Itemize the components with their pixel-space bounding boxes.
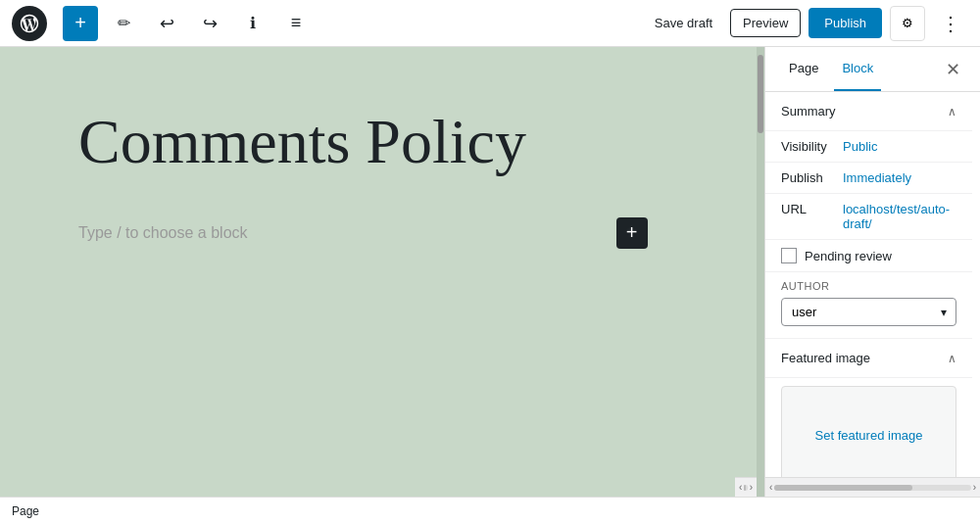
pending-review-checkbox[interactable]: [781, 248, 797, 263]
featured-image-chevron-icon: ∧: [948, 352, 956, 365]
author-section: AUTHOR user admin: [765, 272, 972, 339]
sidebar-body: Summary ∧ Visibility Public Publish Imme…: [765, 92, 980, 477]
redo-icon: ↪: [203, 13, 218, 34]
block-placeholder: Type / to choose a block +: [78, 217, 686, 249]
add-block-inline-button[interactable]: +: [616, 217, 648, 249]
set-featured-image-label: Set featured image: [815, 428, 923, 443]
main-area: Comments Policy Type / to choose a block…: [0, 47, 980, 497]
scroll-right-icon[interactable]: ›: [750, 482, 753, 493]
close-icon: ✕: [946, 60, 960, 79]
editor-area[interactable]: Comments Policy Type / to choose a block…: [0, 47, 764, 497]
tab-page[interactable]: Page: [781, 47, 826, 91]
featured-image-section-header[interactable]: Featured image ∧: [765, 339, 972, 378]
sidebar: Page Block ✕ Summary ∧ Visibility Public…: [764, 47, 980, 497]
horizontal-scrollbar[interactable]: ‹ ›: [735, 477, 757, 497]
editor-scrollbar-thumb[interactable]: [758, 55, 763, 133]
wp-logo[interactable]: [12, 6, 47, 41]
set-featured-image-button[interactable]: Set featured image: [781, 386, 956, 477]
plus-icon: +: [74, 12, 86, 34]
add-block-button[interactable]: +: [63, 6, 98, 41]
toolbar: + ✏ ↩ ↪ ℹ ≡ Save draft Preview Publish ⚙…: [0, 0, 980, 47]
info-icon: ℹ: [250, 14, 256, 32]
settings-button[interactable]: ⚙: [890, 6, 925, 41]
undo-button[interactable]: ↩: [149, 6, 184, 41]
summary-section-header[interactable]: Summary ∧: [765, 92, 972, 131]
url-row: URL localhost/test/auto-draft/: [765, 194, 972, 240]
scroll-left-icon[interactable]: ‹: [739, 482, 742, 493]
sidebar-tabs: Page Block ✕: [765, 47, 980, 92]
pending-review-row: Pending review: [765, 240, 972, 272]
redo-button[interactable]: ↪: [192, 6, 227, 41]
sidebar-scroll-right-icon[interactable]: ›: [973, 482, 976, 493]
visibility-row: Visibility Public: [765, 131, 972, 163]
scroll-track: [744, 485, 747, 491]
gear-icon: ⚙: [902, 16, 913, 30]
editor-content: Comments Policy Type / to choose a block…: [39, 47, 725, 288]
page-title[interactable]: Comments Policy: [78, 106, 686, 178]
summary-title: Summary: [781, 104, 836, 119]
more-options-button[interactable]: ⋮: [933, 6, 968, 41]
publish-value[interactable]: Immediately: [843, 170, 911, 185]
featured-image-section: Featured image ∧ Set featured image: [765, 339, 972, 477]
list-icon: ≡: [291, 13, 302, 33]
info-button[interactable]: ℹ: [235, 6, 270, 41]
visibility-label: Visibility: [781, 139, 835, 154]
kebab-icon: ⋮: [941, 12, 960, 35]
author-select-wrapper[interactable]: user admin: [781, 298, 956, 326]
close-sidebar-button[interactable]: ✕: [942, 55, 964, 84]
list-view-button[interactable]: ≡: [278, 6, 314, 41]
wp-logo-icon: [19, 13, 40, 34]
sidebar-scroll-left-icon[interactable]: ‹: [769, 482, 772, 493]
pending-review-label: Pending review: [805, 249, 892, 263]
visibility-value[interactable]: Public: [843, 139, 877, 154]
pencil-icon: ✏: [118, 14, 130, 32]
preview-button[interactable]: Preview: [730, 9, 801, 37]
summary-chevron-icon: ∧: [948, 105, 956, 119]
author-label: AUTHOR: [781, 280, 956, 292]
url-value[interactable]: localhost/test/auto-draft/: [843, 202, 956, 231]
sidebar-horizontal-scrollbar[interactable]: ‹ ›: [765, 477, 980, 497]
sidebar-scroll-track: [774, 485, 970, 491]
status-bar-text: Page: [12, 504, 39, 518]
plus-inline-icon: +: [626, 221, 638, 244]
author-select[interactable]: user admin: [781, 298, 956, 326]
toolbar-right: Save draft Preview Publish ⚙ ⋮: [645, 6, 968, 41]
undo-icon: ↩: [160, 13, 174, 34]
featured-image-title: Featured image: [781, 351, 870, 365]
editor-scrollbar-track[interactable]: [757, 47, 764, 497]
scroll-thumb: [744, 485, 746, 491]
url-label: URL: [781, 202, 835, 216]
status-bar: Page: [0, 497, 980, 524]
tools-button[interactable]: ✏: [106, 6, 141, 41]
tab-block[interactable]: Block: [834, 47, 881, 91]
publish-label: Publish: [781, 170, 835, 185]
publish-button[interactable]: Publish: [808, 8, 882, 38]
placeholder-text: Type / to choose a block: [78, 224, 248, 242]
save-draft-button[interactable]: Save draft: [645, 10, 722, 36]
publish-row: Publish Immediately: [765, 163, 972, 194]
sidebar-scroll-thumb: [774, 485, 911, 491]
